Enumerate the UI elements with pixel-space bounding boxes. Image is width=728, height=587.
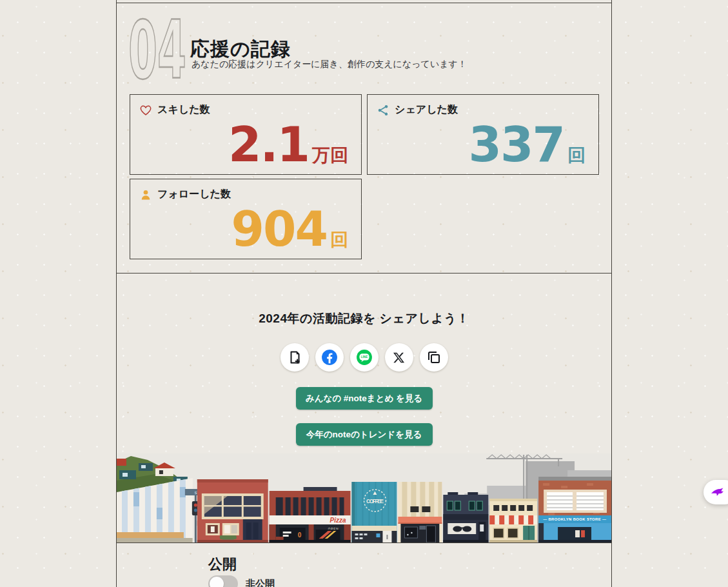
visibility-toggle-label: 非公開	[246, 578, 275, 587]
share-icon	[377, 104, 389, 117]
visibility-toggle[interactable]	[208, 575, 238, 587]
share-section: 2024年の活動記録を シェアしよう！	[117, 273, 611, 543]
visibility-section: 公開 非公開	[117, 543, 611, 587]
coffee-building: COFFEE	[352, 482, 397, 542]
stat-card-label: フォローした数	[157, 188, 231, 201]
record-page-container: 04 応援の記録 あなたの応援はクリエイターに届き、創作の支えになっています！ …	[116, 0, 612, 587]
toggle-knob-icon	[210, 577, 224, 587]
stat-unit: 回	[330, 228, 348, 252]
stat-card-value: 904 回	[231, 207, 348, 252]
stat-value: 337	[469, 123, 564, 166]
stat-unit: 万回	[312, 143, 348, 168]
pizza-building: Pizza OPEN 0	[270, 487, 351, 542]
brooklyn-book-store: — BROOKLYN BOOK STORE —	[538, 477, 611, 542]
bird-icon	[710, 487, 724, 498]
pizza-sign-text: Pizza	[330, 517, 346, 524]
dark-navy-building	[443, 492, 488, 542]
stat-card-label: シェアした数	[395, 103, 458, 117]
stat-value: 2.1	[228, 123, 309, 166]
facebook-icon	[321, 349, 338, 366]
cityscape-illustration: ST.	[117, 453, 611, 542]
line-icon: LINE	[356, 349, 373, 366]
stat-card-follows: フォローした数 904 回	[130, 179, 362, 259]
stat-card-value: 337 回	[469, 123, 585, 168]
svg-text:0: 0	[298, 532, 302, 539]
copy-icon	[426, 350, 442, 365]
stat-value: 904	[231, 207, 327, 251]
section-number-text: 04	[128, 17, 186, 83]
awning-building	[489, 499, 537, 542]
heart-icon	[139, 104, 152, 117]
section-subtitle: あなたの応援はクリエイターに届き、創作の支えになっています！	[192, 59, 467, 70]
visibility-heading: 公開	[208, 555, 237, 574]
share-copy-button[interactable]	[420, 343, 448, 372]
note-post-icon	[287, 350, 302, 365]
coffee-sign-text: COFFEE	[366, 498, 384, 504]
feedback-widget-button[interactable]	[703, 480, 728, 504]
stat-card-likes: スキした数 2.1 万回	[130, 94, 362, 175]
stat-cards-grid: スキした数 2.1 万回 シェアした数	[130, 94, 599, 259]
share-title: 2024年の活動記録を シェアしよう！	[117, 273, 611, 327]
section-number: 04	[127, 17, 189, 86]
visibility-toggle-row: 非公開	[208, 575, 275, 587]
stat-card-value: 2.1 万回	[228, 123, 348, 168]
share-facebook-button[interactable]	[315, 343, 344, 372]
stat-card-shares: シェアした数 337 回	[367, 94, 599, 175]
share-icons-row: LINE	[117, 343, 611, 372]
support-record-section: 04 応援の記録 あなたの応援はクリエイターに届き、創作の支えになっています！ …	[117, 3, 611, 274]
see-note-matome-button[interactable]: みんなの #noteまとめ を見る	[296, 387, 433, 410]
share-line-button[interactable]: LINE	[350, 343, 379, 372]
red-brick-building	[197, 479, 268, 542]
share-x-button[interactable]	[385, 343, 413, 372]
stat-card-label: スキした数	[157, 103, 210, 117]
x-icon	[393, 352, 405, 364]
stat-unit: 回	[567, 143, 585, 168]
line-logo-text: LINE	[360, 355, 367, 359]
share-note-button[interactable]	[280, 343, 309, 372]
bookstore-sign-text: — BROOKLYN BOOK STORE —	[543, 517, 606, 521]
see-note-trends-button[interactable]: 今年のnoteのトレンドを見る	[296, 423, 433, 446]
striped-cream-building	[398, 482, 442, 542]
person-icon	[139, 188, 152, 201]
